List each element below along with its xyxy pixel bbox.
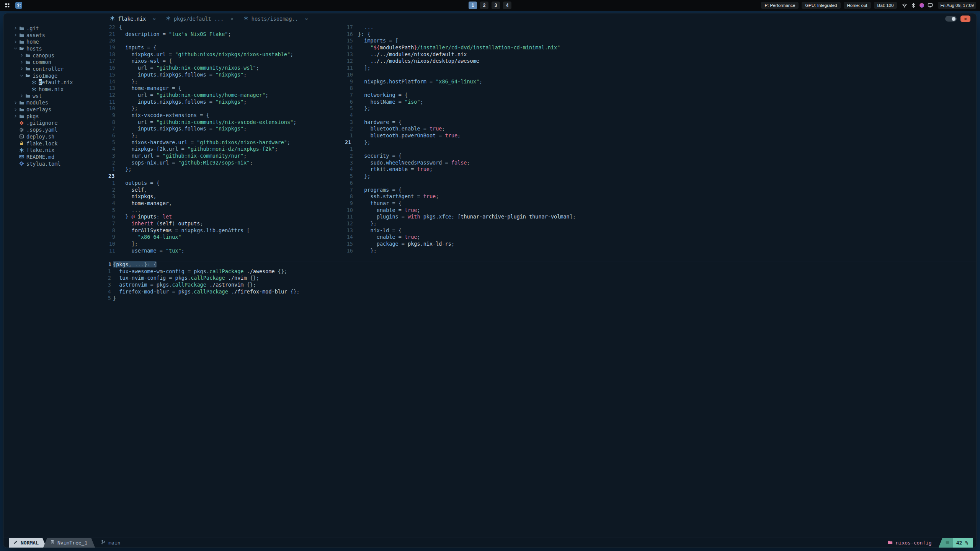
tree-item[interactable]: isoImage bbox=[3, 72, 108, 79]
code-text bbox=[358, 85, 977, 92]
chevron-right-icon[interactable] bbox=[20, 53, 25, 57]
line-number: 20 bbox=[108, 37, 119, 44]
tab-pkgs-default-[interactable]: pkgs/default ...× bbox=[166, 16, 234, 22]
code-text: ]; bbox=[358, 65, 977, 72]
tree-item[interactable]: README.md bbox=[3, 153, 108, 160]
tab-label: hosts/isoImag.. bbox=[252, 16, 298, 22]
line-number: 14 bbox=[108, 78, 119, 85]
code-text: "${modulesPath}/installer/cd-dvd/install… bbox=[358, 44, 977, 51]
tree-item[interactable]: .gitignore bbox=[3, 120, 108, 127]
tree-item[interactable]: wsl bbox=[3, 93, 108, 99]
close-icon[interactable]: × bbox=[153, 16, 156, 22]
editor-pkgs-default-nix[interactable]: 1{pkgs, ...}: {1 tux-awesome-wm-config =… bbox=[108, 261, 977, 302]
chevron-down-icon[interactable] bbox=[20, 73, 25, 78]
color-profile-icon[interactable] bbox=[920, 3, 924, 8]
tab-hosts-isoimag-[interactable]: hosts/isoImag..× bbox=[243, 16, 308, 22]
workspace-button-4[interactable]: 4 bbox=[503, 2, 511, 9]
code-text bbox=[119, 173, 344, 180]
line-number: 9 bbox=[344, 78, 358, 85]
line-number: 2 bbox=[344, 153, 358, 160]
tree-item-label: modules bbox=[26, 99, 48, 106]
line-number: 6 bbox=[108, 132, 119, 139]
tree-item[interactable]: .git bbox=[3, 25, 108, 32]
chevron-right-icon[interactable] bbox=[20, 67, 25, 71]
code-line: 3 nur.url = "github:nix-community/nur"; bbox=[108, 153, 344, 160]
tree-item[interactable]: default.nix bbox=[3, 79, 108, 86]
tree-item[interactable]: assets bbox=[3, 32, 108, 39]
tree-item-label: common bbox=[33, 59, 51, 65]
tree-item[interactable]: overlays bbox=[3, 106, 108, 113]
code-line: 1{pkgs, ...}: { bbox=[108, 261, 977, 268]
close-icon[interactable]: × bbox=[305, 16, 308, 22]
workspace-button-1[interactable]: 1 bbox=[469, 2, 477, 9]
mode-indicator: NORMAL bbox=[9, 538, 46, 548]
code-text: nixpkgs, bbox=[119, 193, 344, 200]
line-number: 8 bbox=[344, 85, 358, 92]
workspace-button-2[interactable]: 2 bbox=[480, 2, 488, 9]
nix-icon bbox=[110, 16, 115, 22]
tree-item[interactable]: modules bbox=[3, 99, 108, 106]
code-text: networking = { bbox=[358, 92, 977, 99]
code-line: 20 bbox=[108, 37, 344, 44]
tree-item-label: overlays bbox=[26, 106, 51, 112]
line-number: 3 bbox=[344, 160, 358, 166]
bluetooth-icon[interactable] bbox=[911, 3, 916, 8]
code-text: firefox-mod-blur = pkgs.callPackage ./fi… bbox=[113, 289, 977, 295]
tree-item[interactable]: flake.lock bbox=[3, 140, 108, 147]
tree-item[interactable]: canopus bbox=[3, 52, 108, 59]
code-line: 10 enable = true; bbox=[344, 207, 977, 214]
apps-menu-icon[interactable] bbox=[4, 2, 11, 9]
tree-item[interactable]: flake.nix bbox=[3, 147, 108, 153]
code-line: 21 description = "tux's NixOS Flake"; bbox=[108, 31, 344, 38]
chevron-down-icon[interactable] bbox=[13, 46, 19, 51]
chevron-right-icon[interactable] bbox=[13, 101, 19, 105]
line-number: 3 bbox=[108, 282, 113, 289]
clock: Fri Aug 09, 17:09 bbox=[938, 2, 976, 9]
chevron-right-icon[interactable] bbox=[20, 60, 25, 64]
chevron-right-icon[interactable] bbox=[13, 40, 19, 44]
tree-item[interactable]: home.nix bbox=[3, 86, 108, 93]
chevron-right-icon[interactable] bbox=[20, 94, 25, 98]
folder-icon bbox=[25, 93, 33, 98]
tree-item[interactable]: pkgs bbox=[3, 113, 108, 120]
wifi-icon[interactable] bbox=[902, 3, 907, 8]
tab-flake-nix[interactable]: flake.nix× bbox=[110, 16, 156, 22]
file-explorer[interactable]: .gitassetshomehostscanopuscommoncontroll… bbox=[3, 24, 108, 538]
distro-logo-icon[interactable] bbox=[15, 2, 22, 9]
tree-item[interactable]: hosts bbox=[3, 45, 108, 52]
buffer-label: NvimTree_1 bbox=[57, 540, 87, 546]
code-text: }; bbox=[358, 173, 977, 180]
line-number: 11 bbox=[344, 65, 358, 72]
code-text: tux-nvim-config = pkgs.callPackage ./nvi… bbox=[113, 275, 977, 282]
chevron-right-icon[interactable] bbox=[13, 114, 19, 118]
code-text: inherit (self) outputs; bbox=[119, 220, 344, 227]
tree-item[interactable]: .sops.yaml bbox=[3, 126, 108, 133]
chevron-right-icon[interactable] bbox=[13, 108, 19, 112]
workspace-button-3[interactable]: 3 bbox=[492, 2, 500, 9]
bufferline: flake.nix×pkgs/default ...×hosts/isoImag… bbox=[3, 13, 977, 24]
top-bar-left bbox=[4, 2, 22, 9]
tree-item[interactable]: home bbox=[3, 38, 108, 45]
chevron-right-icon[interactable] bbox=[13, 26, 19, 30]
editor-flake-nix[interactable]: 22{21 description = "tux's NixOS Flake";… bbox=[108, 24, 344, 255]
window-toggle-button[interactable] bbox=[945, 16, 957, 22]
line-number: 11 bbox=[344, 214, 358, 220]
tray bbox=[900, 3, 935, 8]
code-text: }; bbox=[358, 248, 977, 254]
close-icon[interactable]: × bbox=[230, 16, 234, 22]
code-text: bluetooth.enable = true; bbox=[358, 126, 977, 132]
window-close-button[interactable]: × bbox=[960, 16, 970, 22]
code-line: 14 }; bbox=[108, 78, 344, 85]
tree-item[interactable]: stylua.toml bbox=[3, 160, 108, 167]
status-pill: GPU: Integrated bbox=[802, 2, 840, 9]
tree-item[interactable]: common bbox=[3, 59, 108, 65]
tree-item[interactable]: controller bbox=[3, 65, 108, 72]
editor-hosts-isoimage-default-nix[interactable]: 17 ...16}: {15 imports = [14 "${modulesP… bbox=[344, 24, 977, 255]
code-text: sudo.wheelNeedsPassword = false; bbox=[358, 160, 977, 166]
display-icon[interactable] bbox=[928, 3, 933, 8]
tree-item[interactable]: deploy.sh bbox=[3, 133, 108, 140]
tree-item-label: canopus bbox=[33, 52, 54, 59]
code-line: 8 ssh.startAgent = true; bbox=[344, 193, 977, 200]
chevron-right-icon[interactable] bbox=[13, 33, 19, 37]
line-number: 14 bbox=[344, 234, 358, 241]
